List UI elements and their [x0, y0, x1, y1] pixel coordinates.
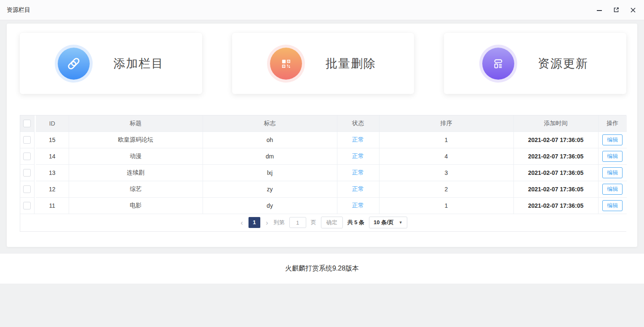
- cell-time: 2021-02-07 17:36:05: [513, 164, 598, 181]
- cell-status: 正常: [337, 131, 379, 148]
- status-link[interactable]: 正常: [352, 185, 364, 192]
- select-all-checkbox[interactable]: [23, 120, 31, 127]
- cell-status: 正常: [337, 181, 379, 197]
- cell-time: 2021-02-07 17:36:05: [513, 197, 598, 214]
- row-checkbox-cell: [20, 148, 34, 164]
- table-row: 12综艺zy正常22021-02-07 17:36:05编辑: [20, 181, 627, 197]
- page-input[interactable]: [289, 217, 306, 228]
- cell-operation: 编辑: [598, 131, 627, 148]
- cell-title: 综艺: [69, 181, 203, 197]
- cell-operation: 编辑: [598, 181, 627, 197]
- cell-sort: 2: [379, 181, 513, 197]
- maximize-icon: [613, 6, 620, 13]
- edit-button[interactable]: 编辑: [602, 184, 623, 195]
- cell-flag: dy: [203, 197, 337, 214]
- cell-sort: 1: [379, 197, 513, 214]
- table-row: 14动漫dm正常42021-02-07 17:36:05编辑: [20, 148, 627, 164]
- window-title: 资源栏目: [7, 6, 30, 14]
- cell-flag: dm: [203, 148, 337, 164]
- row-checkbox-cell: [20, 131, 34, 148]
- cell-status: 正常: [337, 148, 379, 164]
- header-flag: 标志: [203, 115, 337, 131]
- add-column-card[interactable]: 添加栏目: [20, 33, 202, 94]
- row-checkbox[interactable]: [23, 153, 31, 160]
- header-title: 标题: [69, 115, 203, 131]
- edit-button[interactable]: 编辑: [602, 134, 623, 145]
- resource-update-card[interactable]: 资源更新: [444, 33, 626, 94]
- status-link[interactable]: 正常: [352, 153, 364, 159]
- cell-title: 欧皇源码论坛: [69, 131, 203, 148]
- batch-delete-label: 批量删除: [326, 56, 376, 72]
- resource-table: ID 标题 标志 状态 排序 添加时间 操作 15欧皇源码论坛oh正常12021…: [20, 115, 626, 232]
- edit-button[interactable]: 编辑: [602, 151, 623, 162]
- header-status: 状态: [337, 115, 379, 131]
- list-icon: [482, 48, 514, 80]
- row-checkbox[interactable]: [23, 202, 31, 209]
- maximize-button[interactable]: [613, 7, 620, 13]
- prev-page-button[interactable]: ‹: [240, 219, 244, 226]
- cell-id: 14: [36, 148, 69, 164]
- edit-button[interactable]: 编辑: [602, 167, 623, 178]
- cell-flag: zy: [203, 181, 337, 197]
- resource-update-label: 资源更新: [538, 56, 588, 72]
- pagination-cell: ‹ 1 › 到第 页 确定 共 5 条 10 条/页 ▼: [20, 214, 627, 231]
- table-header-row: ID 标题 标志 状态 排序 添加时间 操作: [20, 115, 627, 131]
- page-size-select[interactable]: 10 条/页 ▼: [369, 217, 407, 228]
- add-column-label: 添加栏目: [113, 56, 164, 72]
- status-link[interactable]: 正常: [352, 136, 364, 143]
- window-controls: [596, 7, 636, 13]
- cell-title: 动漫: [69, 148, 203, 164]
- cell-flag: lxj: [203, 164, 337, 181]
- cell-time: 2021-02-07 17:36:05: [513, 148, 598, 164]
- header-operation: 操作: [598, 115, 627, 131]
- current-page-button[interactable]: 1: [249, 217, 260, 228]
- row-checkbox[interactable]: [23, 185, 31, 193]
- close-icon: [630, 7, 636, 13]
- status-link[interactable]: 正常: [352, 202, 364, 209]
- next-page-button[interactable]: ›: [265, 219, 269, 226]
- total-count-label: 共 5 条: [347, 219, 364, 226]
- cell-sort: 3: [379, 164, 513, 181]
- qrcode-icon: [270, 48, 302, 80]
- cell-operation: 编辑: [598, 164, 627, 181]
- row-checkbox[interactable]: [23, 169, 31, 177]
- main-panel: 添加栏目 批量删除: [7, 24, 637, 247]
- minimize-button[interactable]: [596, 7, 603, 13]
- goto-label: 到第: [274, 219, 285, 226]
- header-time: 添加时间: [513, 115, 598, 131]
- cell-title: 连续剧: [69, 164, 203, 181]
- footer-version-text: 火麒麟打赏系统9.28版本: [285, 264, 359, 273]
- confirm-button[interactable]: 确定: [321, 217, 343, 228]
- row-checkbox-cell: [20, 197, 34, 214]
- status-link[interactable]: 正常: [352, 169, 364, 176]
- cell-status: 正常: [337, 197, 379, 214]
- header-sort: 排序: [379, 115, 513, 131]
- footer-bar: 火麒麟打赏系统9.28版本: [0, 254, 644, 284]
- page-size-value: 10 条/页: [374, 219, 394, 226]
- row-checkbox-cell: [20, 181, 34, 197]
- caret-down-icon: ▼: [399, 220, 403, 225]
- action-cards: 添加栏目 批量删除: [20, 33, 626, 94]
- cell-flag: oh: [203, 131, 337, 148]
- cell-title: 电影: [69, 197, 203, 214]
- table-row: 11电影dy正常12021-02-07 17:36:05编辑: [20, 197, 627, 214]
- close-button[interactable]: [630, 7, 636, 13]
- link-icon: [58, 48, 90, 80]
- cell-sort: 4: [379, 148, 513, 164]
- window-titlebar: 资源栏目: [0, 0, 644, 20]
- edit-button[interactable]: 编辑: [602, 200, 623, 211]
- cell-operation: 编辑: [598, 197, 627, 214]
- header-id: ID: [36, 115, 69, 131]
- table-body: 15欧皇源码论坛oh正常12021-02-07 17:36:05编辑14动漫dm…: [20, 131, 627, 214]
- pagination: ‹ 1 › 到第 页 确定 共 5 条 10 条/页 ▼: [20, 217, 627, 228]
- cell-sort: 1: [379, 131, 513, 148]
- table-row: 15欧皇源码论坛oh正常12021-02-07 17:36:05编辑: [20, 131, 627, 148]
- cell-id: 11: [36, 197, 69, 214]
- batch-delete-card[interactable]: 批量删除: [232, 33, 414, 94]
- cell-time: 2021-02-07 17:36:05: [513, 181, 598, 197]
- select-all-cell: [20, 115, 34, 131]
- row-checkbox[interactable]: [23, 136, 31, 144]
- pagination-row: ‹ 1 › 到第 页 确定 共 5 条 10 条/页 ▼: [20, 214, 627, 231]
- cell-id: 13: [36, 164, 69, 181]
- minimize-icon: [596, 7, 603, 13]
